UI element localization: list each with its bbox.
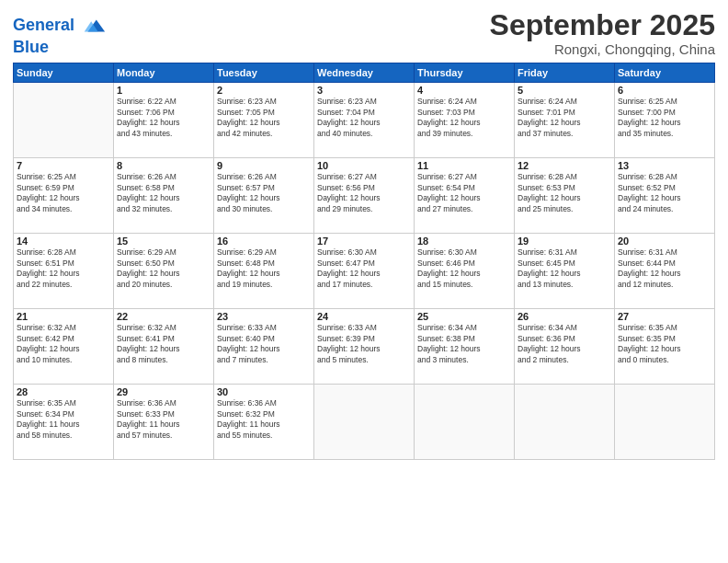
cell-info: Sunrise: 6:25 AM Sunset: 6:59 PM Dayligh… (17, 172, 110, 214)
cell-info: Sunrise: 6:29 AM Sunset: 6:50 PM Dayligh… (117, 247, 210, 290)
calendar-cell: 25Sunrise: 6:34 AM Sunset: 6:38 PM Dayli… (415, 309, 515, 385)
day-number: 1 (117, 85, 210, 96)
day-number: 2 (217, 85, 311, 96)
calendar-cell: 18Sunrise: 6:30 AM Sunset: 6:46 PM Dayli… (415, 234, 515, 309)
calendar-cell: 2Sunrise: 6:23 AM Sunset: 7:05 PM Daylig… (214, 83, 314, 158)
day-number: 14 (17, 236, 110, 247)
cell-info: Sunrise: 6:29 AM Sunset: 6:48 PM Dayligh… (217, 247, 311, 290)
cell-info: Sunrise: 6:28 AM Sunset: 6:51 PM Dayligh… (17, 247, 110, 290)
calendar-week-row: 21Sunrise: 6:32 AM Sunset: 6:42 PM Dayli… (14, 309, 715, 385)
weekday-header: Tuesday (214, 63, 314, 83)
cell-info: Sunrise: 6:30 AM Sunset: 6:47 PM Dayligh… (317, 247, 411, 290)
calendar-cell: 14Sunrise: 6:28 AM Sunset: 6:51 PM Dayli… (14, 234, 114, 309)
logo-icon (81, 13, 107, 39)
month-year: September 2025 (490, 9, 715, 41)
day-number: 21 (17, 311, 110, 322)
calendar-cell: 22Sunrise: 6:32 AM Sunset: 6:41 PM Dayli… (114, 309, 214, 385)
calendar-cell: 30Sunrise: 6:36 AM Sunset: 6:32 PM Dayli… (214, 385, 314, 460)
weekday-header: Thursday (415, 63, 515, 83)
calendar-cell: 1Sunrise: 6:22 AM Sunset: 7:06 PM Daylig… (114, 83, 214, 158)
calendar-cell: 10Sunrise: 6:27 AM Sunset: 6:56 PM Dayli… (314, 158, 415, 234)
header: General Blue September 2025 Rongxi, Chon… (13, 9, 715, 57)
calendar-header-row: SundayMondayTuesdayWednesdayThursdayFrid… (14, 63, 715, 83)
day-number: 18 (417, 236, 511, 247)
calendar-cell: 29Sunrise: 6:36 AM Sunset: 6:33 PM Dayli… (114, 385, 214, 460)
calendar-cell (615, 385, 715, 460)
cell-info: Sunrise: 6:30 AM Sunset: 6:46 PM Dayligh… (417, 247, 511, 290)
calendar-cell: 15Sunrise: 6:29 AM Sunset: 6:50 PM Dayli… (114, 234, 214, 309)
calendar-week-row: 28Sunrise: 6:35 AM Sunset: 6:34 PM Dayli… (14, 385, 715, 460)
cell-info: Sunrise: 6:26 AM Sunset: 6:57 PM Dayligh… (217, 172, 311, 214)
day-number: 5 (518, 85, 611, 96)
day-number: 30 (217, 386, 311, 397)
logo: General Blue (13, 13, 107, 57)
calendar-cell: 8Sunrise: 6:26 AM Sunset: 6:58 PM Daylig… (114, 158, 214, 234)
day-number: 4 (417, 85, 511, 96)
calendar-cell: 28Sunrise: 6:35 AM Sunset: 6:34 PM Dayli… (14, 385, 114, 460)
day-number: 13 (618, 160, 711, 171)
day-number: 25 (417, 311, 511, 322)
weekday-header: Wednesday (314, 63, 415, 83)
cell-info: Sunrise: 6:23 AM Sunset: 7:04 PM Dayligh… (317, 97, 411, 139)
calendar-table: SundayMondayTuesdayWednesdayThursdayFrid… (13, 63, 715, 460)
calendar-cell: 20Sunrise: 6:31 AM Sunset: 6:44 PM Dayli… (615, 234, 715, 309)
cell-info: Sunrise: 6:32 AM Sunset: 6:41 PM Dayligh… (117, 323, 210, 365)
logo-text: General (13, 13, 107, 39)
cell-info: Sunrise: 6:31 AM Sunset: 6:45 PM Dayligh… (518, 247, 611, 290)
calendar-cell (415, 385, 515, 460)
cell-info: Sunrise: 6:22 AM Sunset: 7:06 PM Dayligh… (117, 97, 210, 139)
cell-info: Sunrise: 6:28 AM Sunset: 6:53 PM Dayligh… (518, 172, 611, 214)
weekday-header: Saturday (615, 63, 715, 83)
day-number: 27 (618, 311, 711, 322)
cell-info: Sunrise: 6:27 AM Sunset: 6:56 PM Dayligh… (317, 172, 411, 214)
day-number: 28 (17, 386, 110, 397)
cell-info: Sunrise: 6:24 AM Sunset: 7:01 PM Dayligh… (518, 97, 611, 139)
day-number: 29 (117, 386, 210, 397)
cell-info: Sunrise: 6:31 AM Sunset: 6:44 PM Dayligh… (618, 247, 711, 290)
calendar-cell: 27Sunrise: 6:35 AM Sunset: 6:35 PM Dayli… (615, 309, 715, 385)
day-number: 17 (317, 236, 411, 247)
calendar-cell: 13Sunrise: 6:28 AM Sunset: 6:52 PM Dayli… (615, 158, 715, 234)
calendar-cell: 26Sunrise: 6:34 AM Sunset: 6:36 PM Dayli… (515, 309, 615, 385)
calendar-cell: 12Sunrise: 6:28 AM Sunset: 6:53 PM Dayli… (515, 158, 615, 234)
calendar-week-row: 14Sunrise: 6:28 AM Sunset: 6:51 PM Dayli… (14, 234, 715, 309)
location: Rongxi, Chongqing, China (490, 41, 715, 57)
weekday-header: Sunday (14, 63, 114, 83)
calendar-cell: 19Sunrise: 6:31 AM Sunset: 6:45 PM Dayli… (515, 234, 615, 309)
calendar-cell (314, 385, 415, 460)
page-container: General Blue September 2025 Rongxi, Chon… (0, 0, 728, 563)
day-number: 8 (117, 160, 210, 171)
day-number: 26 (518, 311, 611, 322)
calendar-cell: 24Sunrise: 6:33 AM Sunset: 6:39 PM Dayli… (314, 309, 415, 385)
cell-info: Sunrise: 6:24 AM Sunset: 7:03 PM Dayligh… (417, 97, 511, 139)
calendar-cell: 4Sunrise: 6:24 AM Sunset: 7:03 PM Daylig… (415, 83, 515, 158)
day-number: 16 (217, 236, 311, 247)
cell-info: Sunrise: 6:36 AM Sunset: 6:32 PM Dayligh… (217, 398, 311, 441)
calendar-week-row: 1Sunrise: 6:22 AM Sunset: 7:06 PM Daylig… (14, 83, 715, 158)
calendar-cell: 9Sunrise: 6:26 AM Sunset: 6:57 PM Daylig… (214, 158, 314, 234)
cell-info: Sunrise: 6:26 AM Sunset: 6:58 PM Dayligh… (117, 172, 210, 214)
cell-info: Sunrise: 6:34 AM Sunset: 6:38 PM Dayligh… (417, 323, 511, 365)
calendar-cell: 3Sunrise: 6:23 AM Sunset: 7:04 PM Daylig… (314, 83, 415, 158)
day-number: 23 (217, 311, 311, 322)
day-number: 20 (618, 236, 711, 247)
cell-info: Sunrise: 6:25 AM Sunset: 7:00 PM Dayligh… (618, 97, 711, 139)
cell-info: Sunrise: 6:35 AM Sunset: 6:34 PM Dayligh… (17, 398, 110, 441)
day-number: 10 (317, 160, 411, 171)
calendar-cell: 17Sunrise: 6:30 AM Sunset: 6:47 PM Dayli… (314, 234, 415, 309)
day-number: 11 (417, 160, 511, 171)
day-number: 3 (317, 85, 411, 96)
day-number: 15 (117, 236, 210, 247)
calendar-cell: 16Sunrise: 6:29 AM Sunset: 6:48 PM Dayli… (214, 234, 314, 309)
cell-info: Sunrise: 6:33 AM Sunset: 6:39 PM Dayligh… (317, 323, 411, 365)
day-number: 19 (518, 236, 611, 247)
day-number: 12 (518, 160, 611, 171)
calendar-cell (515, 385, 615, 460)
calendar-cell (14, 83, 114, 158)
weekday-header: Friday (515, 63, 615, 83)
day-number: 7 (17, 160, 110, 171)
cell-info: Sunrise: 6:32 AM Sunset: 6:42 PM Dayligh… (17, 323, 110, 365)
cell-info: Sunrise: 6:27 AM Sunset: 6:54 PM Dayligh… (417, 172, 511, 214)
cell-info: Sunrise: 6:34 AM Sunset: 6:36 PM Dayligh… (518, 323, 611, 365)
cell-info: Sunrise: 6:36 AM Sunset: 6:33 PM Dayligh… (117, 398, 210, 441)
